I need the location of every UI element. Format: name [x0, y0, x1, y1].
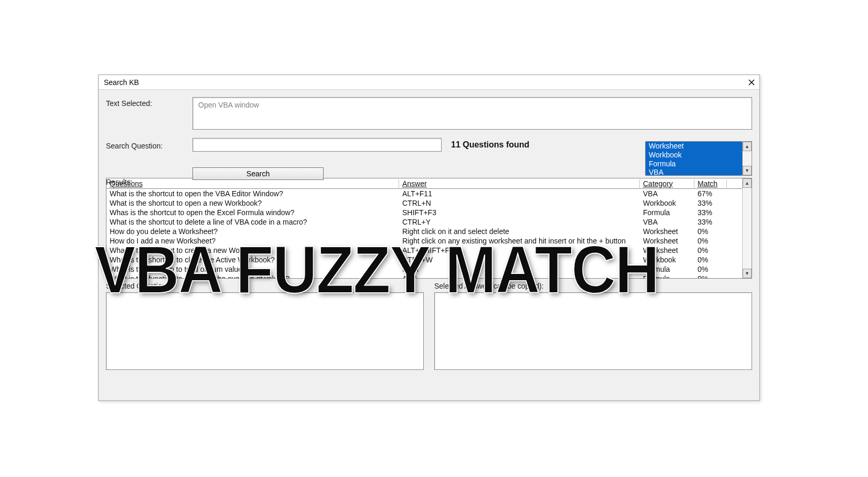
selected-answer-box[interactable]: [434, 292, 752, 370]
cell-category: Formula: [640, 208, 694, 217]
text-selected-box[interactable]: Open VBA window: [192, 97, 752, 130]
search-kb-dialog: Search KB Text Selected: Open VBA window…: [98, 75, 760, 401]
titlebar: Search KB: [99, 75, 759, 90]
cell-answer: SHIFT+F3: [399, 208, 640, 217]
search-button[interactable]: Search: [192, 167, 324, 180]
cell-category: Formula: [640, 265, 694, 273]
cell-category: Worksheet: [640, 246, 694, 255]
cell-answer: ALT+SHIFT+F1: [399, 246, 640, 255]
cell-question: How do I add a new Worksheet?: [106, 237, 399, 245]
cell-answer: CTRL+Y: [399, 218, 640, 226]
category-option[interactable]: Formula: [646, 160, 742, 168]
cell-match: 0%: [694, 265, 727, 273]
cell-question: What is the shortcut to open the VBA Edi…: [106, 189, 399, 198]
table-row[interactable]: What is the function to total or sum val…: [106, 264, 742, 274]
text-selected-label: Text Selected:: [106, 97, 192, 108]
cell-answer: CTRL+W: [399, 256, 640, 264]
selected-question-box[interactable]: [106, 292, 424, 370]
cell-question: What is the function to total or sum val…: [106, 265, 399, 273]
cell-match: 0%: [694, 237, 727, 245]
questions-found-label: 11 Questions found: [451, 140, 529, 150]
cell-answer: SUM: [399, 265, 640, 273]
cell-match: 33%: [694, 218, 727, 226]
results-table: Questions Answer Category Match What is …: [106, 178, 752, 279]
table-row[interactable]: What is the shortcut to delete a line of…: [106, 217, 742, 227]
table-row[interactable]: How do I add a new Worksheet?Right click…: [106, 236, 742, 246]
table-row[interactable]: What is the shortcut to create a new Wor…: [106, 246, 742, 255]
scroll-up-icon[interactable]: ▲: [743, 178, 752, 188]
cell-answer: ALT+F11: [399, 189, 640, 198]
cell-category: Worksheet: [640, 237, 694, 245]
category-option[interactable]: Workbook: [646, 151, 742, 160]
category-option[interactable]: VBA: [646, 168, 742, 176]
cell-match: 0%: [694, 274, 727, 278]
cell-question: What is the shortcut to delete a line of…: [106, 218, 399, 226]
scroll-down-icon[interactable]: ▼: [743, 269, 752, 278]
cell-question: What is the shortcut to open a new Workb…: [106, 199, 399, 207]
search-question-input[interactable]: [192, 138, 442, 152]
cell-match: 0%: [694, 227, 727, 236]
cell-category: Worksheet: [640, 227, 694, 236]
selected-answer-label: Selected Answer (can be copied):: [434, 282, 752, 290]
cell-question: What is the shortcut to create a new Wor…: [106, 246, 399, 255]
col-category-header[interactable]: Category: [640, 179, 694, 188]
cell-answer: AVG: [399, 274, 640, 278]
cell-answer: CTRL+N: [399, 199, 640, 207]
col-answer-header[interactable]: Answer: [399, 179, 640, 188]
cell-category: Workbook: [640, 199, 694, 207]
cell-match: 33%: [694, 199, 727, 207]
cell-answer: Right click on any existing worksheet an…: [399, 237, 640, 245]
category-option[interactable]: Worksheet: [646, 142, 742, 151]
results-scrollbar[interactable]: ▲ ▼: [742, 178, 752, 278]
table-row[interactable]: How do you delete a Worksheet?Right clic…: [106, 227, 742, 236]
table-row[interactable]: What is the shortcut to open the VBA Edi…: [106, 189, 742, 198]
cell-question: How do you delete a Worksheet?: [106, 227, 399, 236]
cell-match: 33%: [694, 208, 727, 217]
scroll-up-icon[interactable]: ▲: [743, 142, 752, 151]
col-match-header[interactable]: Match: [694, 179, 727, 188]
cell-question: What is the shortcut to close the Active…: [106, 256, 399, 264]
close-icon[interactable]: [747, 78, 756, 87]
cell-question: Whas is the shortcut to open the Excel F…: [106, 208, 399, 217]
table-row[interactable]: What is the shortcut to open a new Workb…: [106, 198, 742, 208]
cell-answer: Right click on it and select delete: [399, 227, 640, 236]
category-scrollbar[interactable]: ▲ ▼: [743, 141, 752, 176]
table-row[interactable]: What is the shortcut to close the Active…: [106, 255, 742, 264]
table-row[interactable]: What is the function to calculate the av…: [106, 274, 742, 278]
selected-question-label: Selected Question:: [106, 282, 424, 290]
cell-match: 0%: [694, 246, 727, 255]
category-list[interactable]: WorksheetWorkbookFormulaVBA: [645, 141, 743, 176]
table-row[interactable]: Whas is the shortcut to open the Excel F…: [106, 208, 742, 217]
scroll-down-icon[interactable]: ▼: [743, 166, 752, 175]
results-header: Questions Answer Category Match: [106, 178, 742, 189]
cell-category: Workbook: [640, 256, 694, 264]
search-question-label: Search Question:: [106, 140, 192, 150]
cell-match: 67%: [694, 189, 727, 198]
results-label: Results:: [106, 178, 133, 186]
window-title: Search KB: [104, 78, 139, 87]
cell-match: 0%: [694, 256, 727, 264]
cell-category: VBA: [640, 218, 694, 226]
col-questions-header[interactable]: Questions: [106, 179, 399, 188]
cell-question: What is the function to calculate the av…: [106, 274, 399, 278]
cell-category: VBA: [640, 189, 694, 198]
cell-category: Formula: [640, 274, 694, 278]
